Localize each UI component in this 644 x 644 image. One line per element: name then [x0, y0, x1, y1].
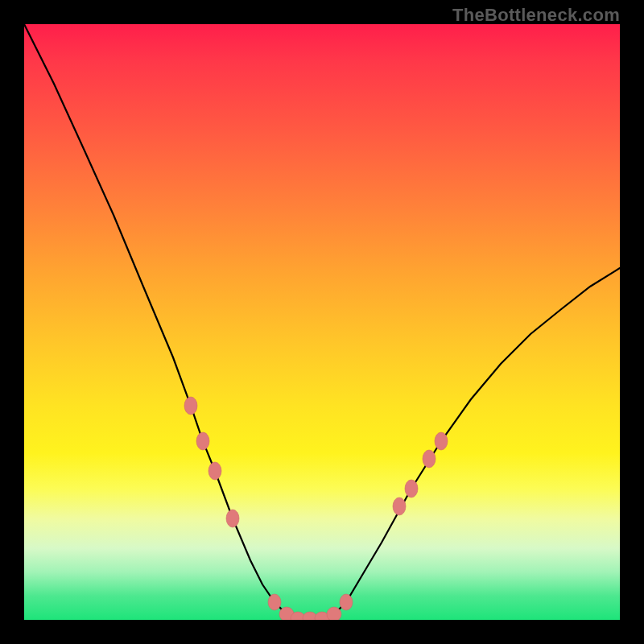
marker-dot	[327, 607, 341, 620]
marker-dot	[226, 510, 239, 527]
marker-dot	[340, 594, 353, 610]
marker-dot	[184, 397, 197, 415]
curve-overlay	[24, 24, 620, 620]
plot-area	[24, 24, 620, 620]
marker-dot	[208, 462, 221, 480]
chart-frame: TheBottleneck.com	[0, 0, 644, 644]
bottleneck-curve-path	[24, 24, 620, 620]
marker-dot	[196, 432, 209, 450]
marker-dot	[268, 594, 281, 610]
watermark-text: TheBottleneck.com	[452, 5, 620, 26]
marker-dot	[405, 480, 418, 497]
marker-dot	[423, 450, 436, 468]
marker-dot	[393, 497, 406, 515]
marker-group	[184, 397, 448, 620]
marker-dot	[435, 432, 448, 450]
